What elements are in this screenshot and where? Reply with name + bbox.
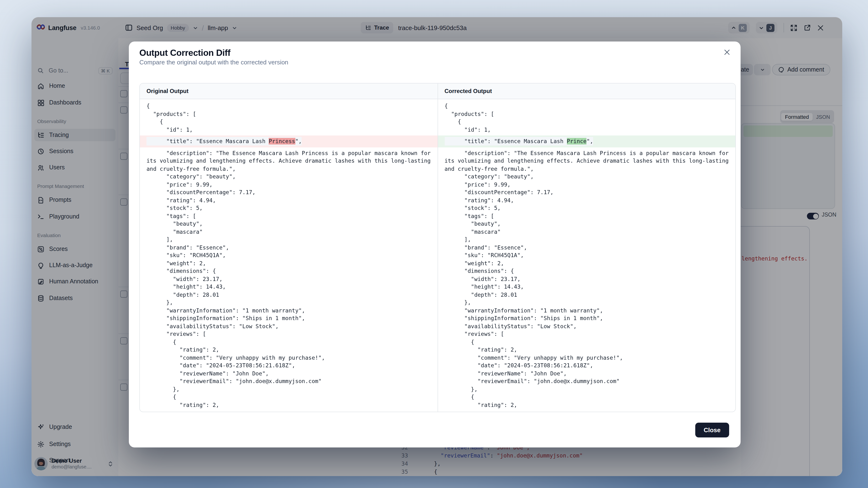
corrected-output-panel: { "products": [ { "id": 1, "title": "Ess… <box>437 99 735 412</box>
dialog-close-icon-button[interactable] <box>722 48 731 57</box>
corrected-output-header: Corrected Output <box>437 84 735 99</box>
close-button[interactable]: Close <box>695 423 729 437</box>
corrected-json: { "products": [ { "id": 1, "title": "Ess… <box>438 99 735 412</box>
screen: Langfuse v3.146.0 Seed Org Hobby / llm-a… <box>0 0 868 488</box>
dialog-subtitle: Compare the original output with the cor… <box>140 59 288 66</box>
original-output-panel: { "products": [ { "id": 1, "title": "Ess… <box>140 99 437 412</box>
output-correction-diff-dialog: Output Correction Diff Compare the origi… <box>129 41 741 448</box>
close-icon <box>723 48 730 56</box>
original-json: { "products": [ { "id": 1, "title": "Ess… <box>140 99 437 412</box>
dialog-title: Output Correction Diff <box>140 48 230 58</box>
original-output-header: Original Output <box>140 84 437 99</box>
diff-panels: Original Output Corrected Output { "prod… <box>140 83 736 412</box>
